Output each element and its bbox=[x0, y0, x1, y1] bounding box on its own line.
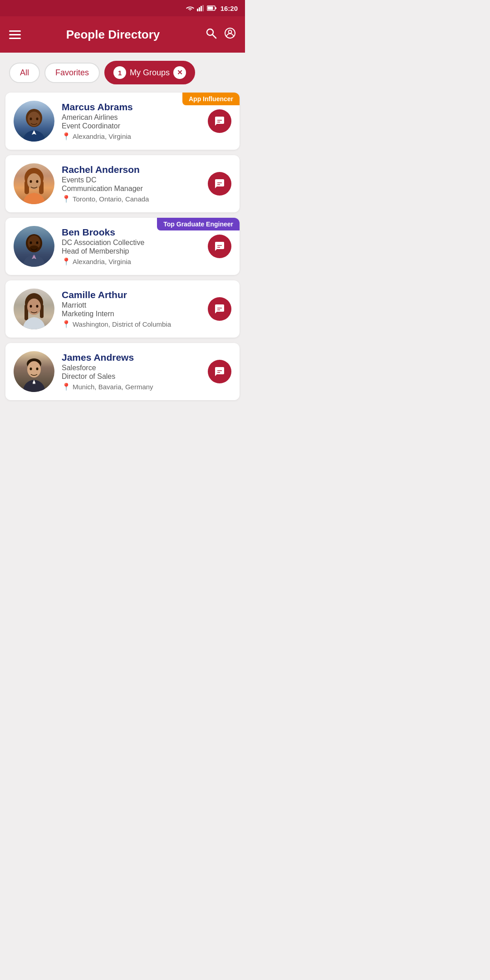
person-info-rachel: Rachel Anderson Events DC Communication … bbox=[62, 164, 201, 203]
person-card-camille: Camille Arthur Marriott Marketing Intern… bbox=[5, 280, 240, 338]
svg-point-43 bbox=[27, 361, 41, 377]
message-button-ben[interactable] bbox=[208, 235, 231, 258]
avatar-silhouette bbox=[18, 105, 50, 142]
svg-point-44 bbox=[30, 368, 32, 370]
person-role: Head of Membership bbox=[62, 247, 201, 255]
person-card-marcus: App Influencer Marcus Abrams American Ai… bbox=[5, 93, 240, 150]
svg-point-13 bbox=[30, 118, 32, 120]
person-company: Events DC bbox=[62, 176, 201, 184]
message-button-marcus[interactable] bbox=[208, 109, 231, 133]
avatar-camille[interactable] bbox=[14, 289, 54, 329]
person-info-ben: Ben Brooks DC Association Collective Hea… bbox=[62, 227, 201, 266]
svg-point-37 bbox=[27, 299, 41, 315]
svg-rect-2 bbox=[201, 6, 202, 11]
person-company: American Airlines bbox=[62, 113, 201, 122]
svg-point-12 bbox=[28, 112, 40, 126]
header-actions bbox=[205, 27, 236, 42]
avatar-silhouette-rachel bbox=[18, 168, 50, 204]
person-info-marcus: Marcus Abrams American Airlines Event Co… bbox=[62, 102, 201, 141]
person-card-james: James Andrews Salesforce Director of Sal… bbox=[5, 343, 240, 400]
svg-point-27 bbox=[30, 241, 32, 244]
svg-rect-6 bbox=[215, 7, 216, 9]
search-button[interactable] bbox=[205, 27, 217, 42]
person-name: Marcus Abrams bbox=[62, 102, 201, 113]
message-button-james[interactable] bbox=[208, 360, 231, 383]
wifi-icon bbox=[186, 5, 194, 11]
badge-top-graduate: Top Graduate Engineer bbox=[157, 218, 240, 230]
menu-button[interactable] bbox=[9, 30, 21, 39]
person-company: Marriott bbox=[62, 301, 201, 309]
avatar-silhouette-ben bbox=[18, 230, 50, 267]
svg-rect-3 bbox=[202, 5, 204, 11]
avatar-rachel[interactable] bbox=[14, 163, 54, 204]
person-role: Communication Manager bbox=[62, 185, 201, 193]
svg-point-28 bbox=[36, 241, 39, 244]
avatar-silhouette-camille bbox=[18, 293, 50, 329]
person-location: 📍 Alexandria, Virginia bbox=[62, 257, 201, 266]
filter-all-button[interactable]: All bbox=[9, 63, 40, 83]
location-text: Alexandria, Virginia bbox=[73, 258, 131, 265]
person-location: 📍 Toronto, Ontario, Canada bbox=[62, 195, 201, 203]
person-location: 📍 Munich, Bavaria, Germany bbox=[62, 382, 201, 391]
avatar-james[interactable] bbox=[14, 351, 54, 392]
signal-icon bbox=[197, 5, 204, 11]
location-pin-icon: 📍 bbox=[62, 195, 71, 203]
mygroups-close-button[interactable]: ✕ bbox=[173, 66, 186, 79]
profile-location-button[interactable] bbox=[224, 27, 236, 42]
svg-point-14 bbox=[36, 118, 39, 120]
mygroups-count: 1 bbox=[113, 66, 126, 79]
svg-point-22 bbox=[36, 180, 39, 183]
message-button-rachel[interactable] bbox=[208, 172, 231, 196]
message-icon bbox=[214, 366, 225, 377]
mygroups-label: My Groups bbox=[130, 68, 170, 78]
svg-point-39 bbox=[36, 305, 39, 308]
battery-icon bbox=[207, 5, 217, 11]
person-company: Salesforce bbox=[62, 364, 201, 372]
status-time: 16:20 bbox=[220, 5, 238, 12]
svg-point-20 bbox=[27, 173, 41, 190]
person-role: Director of Sales bbox=[62, 372, 201, 381]
svg-point-21 bbox=[30, 180, 32, 183]
avatar-silhouette-james bbox=[18, 356, 50, 392]
person-company: DC Association Collective bbox=[62, 239, 201, 247]
message-icon bbox=[214, 304, 225, 314]
status-bar: 16:20 bbox=[0, 0, 245, 16]
page-title: People Directory bbox=[28, 28, 198, 42]
location-pin-icon: 📍 bbox=[62, 382, 71, 391]
people-list: App Influencer Marcus Abrams American Ai… bbox=[0, 93, 245, 400]
location-text: Washington, District of Columbia bbox=[73, 320, 171, 328]
person-card-rachel: Rachel Anderson Events DC Communication … bbox=[5, 155, 240, 212]
svg-point-45 bbox=[36, 368, 39, 370]
avatar-ben[interactable] bbox=[14, 226, 54, 267]
svg-rect-5 bbox=[207, 7, 213, 10]
badge-app-influencer: App Influencer bbox=[182, 93, 240, 105]
svg-line-8 bbox=[213, 35, 216, 39]
person-role: Marketing Intern bbox=[62, 310, 201, 318]
status-icons bbox=[186, 5, 217, 11]
filter-mygroups-button[interactable]: 1 My Groups ✕ bbox=[104, 61, 195, 84]
location-text: Munich, Bavaria, Germany bbox=[73, 383, 153, 391]
svg-point-10 bbox=[229, 30, 232, 34]
location-pin-icon: 📍 bbox=[62, 132, 71, 141]
svg-rect-1 bbox=[199, 7, 200, 11]
person-card-ben: Top Graduate Engineer Ben Brooks bbox=[5, 218, 240, 275]
message-icon bbox=[214, 241, 225, 252]
person-name: Camille Arthur bbox=[62, 289, 201, 300]
location-pin-icon: 📍 bbox=[62, 320, 71, 328]
person-info-camille: Camille Arthur Marriott Marketing Intern… bbox=[62, 289, 201, 328]
location-pin-icon: 📍 bbox=[62, 257, 71, 266]
person-location: 📍 Alexandria, Virginia bbox=[62, 132, 201, 141]
filter-bar: All Favorites 1 My Groups ✕ bbox=[0, 53, 245, 93]
message-icon bbox=[214, 178, 225, 189]
person-location: 📍 Washington, District of Columbia bbox=[62, 320, 201, 328]
location-text: Alexandria, Virginia bbox=[73, 132, 131, 140]
person-name: James Andrews bbox=[62, 352, 201, 363]
app-header: People Directory bbox=[0, 16, 245, 53]
person-name: Rachel Anderson bbox=[62, 164, 201, 175]
svg-rect-0 bbox=[197, 9, 198, 11]
filter-favorites-button[interactable]: Favorites bbox=[44, 63, 100, 83]
svg-point-38 bbox=[30, 305, 32, 308]
location-text: Toronto, Ontario, Canada bbox=[73, 195, 149, 203]
message-button-camille[interactable] bbox=[208, 297, 231, 321]
avatar-marcus[interactable] bbox=[14, 101, 54, 142]
